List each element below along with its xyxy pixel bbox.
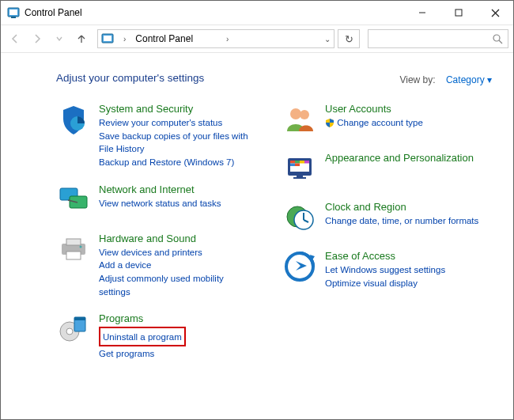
search-input[interactable] — [368, 29, 508, 48]
category-link[interactable]: Adjust commonly used mobility settings — [99, 272, 254, 298]
category-link[interactable]: Let Windows suggest settings — [325, 263, 445, 277]
svg-point-18 — [80, 245, 82, 248]
refresh-button[interactable]: ↻ — [338, 29, 360, 48]
category-hardware-sound: Hardware and Sound View devices and prin… — [56, 233, 254, 299]
close-button[interactable] — [477, 1, 513, 25]
category-link[interactable]: View network status and tasks — [99, 197, 221, 210]
svg-line-10 — [499, 40, 502, 44]
category-clock-region: Clock and Region Change date, time, or n… — [282, 201, 480, 236]
control-panel-icon — [7, 6, 20, 19]
category-link[interactable]: Optimize visual display — [325, 277, 445, 290]
minimize-button[interactable] — [404, 1, 440, 25]
category-link[interactable]: Change account type — [325, 116, 423, 130]
category-link[interactable]: Get programs — [99, 347, 186, 361]
category-title[interactable]: Hardware and Sound — [99, 233, 254, 244]
category-appearance: Appearance and Personalization — [282, 152, 480, 187]
clock-icon — [282, 201, 317, 236]
svg-rect-22 — [74, 317, 85, 320]
right-column: User Accounts Change account type Appear… — [282, 103, 480, 375]
svg-rect-16 — [66, 239, 81, 245]
svg-point-20 — [66, 328, 73, 335]
content: Adjust your computer's settings System a… — [1, 53, 513, 375]
address-path: Control Panel — [135, 33, 217, 44]
svg-rect-31 — [290, 164, 295, 167]
left-column: System and Security Review your computer… — [56, 103, 254, 375]
category-link[interactable]: Save backup copies of your files with Fi… — [99, 130, 254, 156]
category-link[interactable]: Backup and Restore (Windows 7) — [99, 156, 254, 169]
toolbar: › Control Panel › ⌄ ↻ — [1, 25, 513, 53]
programs-icon — [56, 312, 91, 347]
category-title[interactable]: User Accounts — [325, 103, 423, 115]
window-title: Control Panel — [25, 7, 82, 18]
recent-dropdown[interactable] — [50, 29, 69, 48]
svg-rect-30 — [304, 161, 309, 164]
category-programs: Programs Uninstall a program Get program… — [56, 312, 254, 360]
svg-rect-17 — [66, 252, 81, 259]
category-title[interactable]: Appearance and Personalization — [325, 152, 474, 164]
category-network-internet: Network and Internet View network status… — [56, 184, 254, 218]
uac-shield-icon — [325, 118, 334, 127]
category-title[interactable]: Programs — [99, 312, 186, 324]
category-link[interactable]: Review your computer's status — [99, 116, 254, 130]
svg-rect-1 — [9, 9, 17, 15]
view-by-label: View by: — [399, 74, 435, 85]
chevron-down-icon[interactable]: ⌄ — [324, 35, 331, 44]
title-bar: Control Panel — [1, 1, 513, 25]
svg-rect-34 — [293, 177, 306, 179]
search-icon — [493, 34, 503, 44]
category-link[interactable]: View devices and printers — [99, 246, 254, 259]
svg-rect-13 — [70, 196, 87, 208]
chevron-right-icon[interactable]: › — [226, 35, 229, 44]
network-icon — [56, 184, 91, 218]
svg-rect-8 — [104, 36, 111, 41]
control-panel-icon — [101, 32, 114, 45]
svg-rect-33 — [297, 176, 303, 177]
category-link[interactable]: Uninstall a program — [103, 332, 182, 342]
svg-point-23 — [290, 108, 301, 119]
view-by: View by: Category ▾ — [399, 74, 492, 85]
category-user-accounts: User Accounts Change account type — [282, 103, 480, 138]
printer-icon — [56, 233, 91, 267]
svg-rect-2 — [11, 17, 16, 18]
back-button[interactable] — [6, 29, 25, 48]
address-bar[interactable]: › Control Panel › ⌄ — [97, 29, 334, 48]
monitor-icon — [282, 152, 317, 187]
chevron-right-icon[interactable]: › — [123, 35, 126, 44]
svg-rect-29 — [300, 161, 304, 164]
category-title[interactable]: Ease of Access — [325, 250, 445, 262]
svg-rect-32 — [295, 164, 300, 167]
svg-rect-4 — [455, 9, 462, 16]
forward-button[interactable] — [28, 29, 47, 48]
svg-point-9 — [493, 35, 500, 41]
svg-point-24 — [300, 110, 309, 119]
ease-of-access-icon — [282, 250, 317, 285]
category-link[interactable]: Change date, time, or number formats — [325, 214, 478, 228]
svg-marker-41 — [296, 261, 307, 271]
users-icon — [282, 103, 317, 138]
svg-rect-28 — [295, 161, 300, 164]
shield-icon — [56, 103, 91, 138]
view-by-dropdown[interactable]: Category ▾ — [446, 74, 492, 85]
highlight-uninstall: Uninstall a program — [99, 327, 186, 346]
svg-rect-27 — [290, 161, 295, 164]
maximize-button[interactable] — [440, 1, 477, 25]
category-link[interactable]: Add a device — [99, 259, 254, 272]
category-ease-of-access: Ease of Access Let Windows suggest setti… — [282, 250, 480, 289]
category-title[interactable]: Clock and Region — [325, 201, 478, 213]
category-title[interactable]: System and Security — [99, 103, 254, 115]
category-system-security: System and Security Review your computer… — [56, 103, 254, 169]
up-button[interactable] — [72, 29, 91, 48]
category-title[interactable]: Network and Internet — [99, 184, 221, 195]
